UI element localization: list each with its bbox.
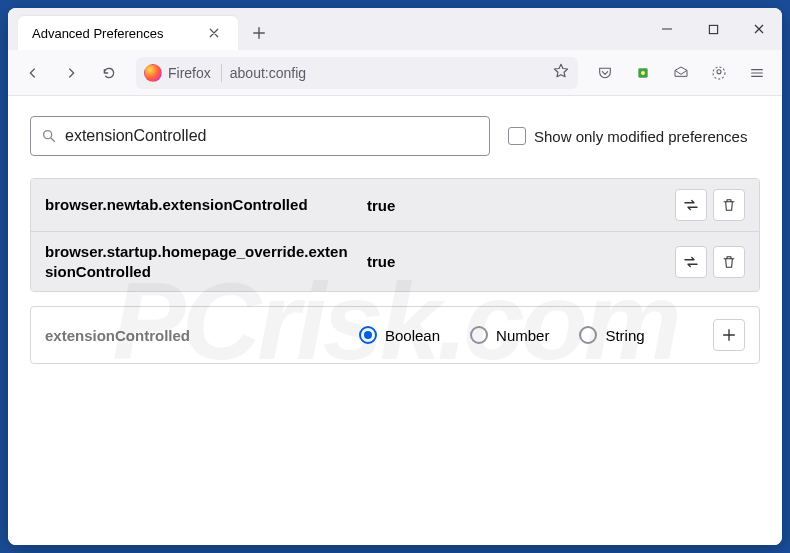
type-radio-number[interactable]: Number xyxy=(470,326,549,344)
mail-button[interactable] xyxy=(664,57,698,89)
new-pref-row: extensionControlled Boolean Number Strin… xyxy=(30,306,760,364)
browser-tab[interactable]: Advanced Preferences xyxy=(18,16,238,50)
pref-name: browser.newtab.extensionControlled xyxy=(45,195,355,215)
checkbox-icon xyxy=(508,127,526,145)
forward-button[interactable] xyxy=(54,57,88,89)
back-button[interactable] xyxy=(16,57,50,89)
pocket-button[interactable] xyxy=(588,57,622,89)
app-window: Advanced Preferences xyxy=(8,8,782,545)
search-icon xyxy=(41,128,57,144)
modified-only-label: Show only modified preferences xyxy=(534,128,747,145)
identity-label: Firefox xyxy=(168,65,211,81)
trash-icon xyxy=(721,254,737,270)
pref-table: browser.newtab.extensionControlled true … xyxy=(30,178,760,292)
plus-icon xyxy=(721,327,737,343)
window-minimize-button[interactable] xyxy=(644,8,690,50)
modified-only-toggle[interactable]: Show only modified preferences xyxy=(508,127,747,145)
svg-rect-0 xyxy=(709,25,717,33)
site-identity[interactable]: Firefox xyxy=(144,64,222,82)
tab-close-button[interactable] xyxy=(204,23,224,43)
type-radio-boolean[interactable]: Boolean xyxy=(359,326,440,344)
tab-title: Advanced Preferences xyxy=(32,26,164,41)
type-radio-group: Boolean Number String xyxy=(359,326,699,344)
radio-label: Boolean xyxy=(385,327,440,344)
radio-label: Number xyxy=(496,327,549,344)
svg-point-3 xyxy=(713,67,725,79)
bookmark-star-button[interactable] xyxy=(552,62,570,84)
page-content: PCrisk.com Show only modified preference… xyxy=(8,96,782,545)
svg-point-2 xyxy=(641,71,645,75)
add-pref-button[interactable] xyxy=(713,319,745,351)
window-controls xyxy=(644,8,782,50)
radio-icon xyxy=(359,326,377,344)
radio-icon xyxy=(470,326,488,344)
pref-value: true xyxy=(367,253,663,270)
pref-row[interactable]: browser.startup.homepage_override.extens… xyxy=(31,231,759,291)
svg-point-4 xyxy=(717,69,721,73)
pref-value: true xyxy=(367,197,663,214)
address-bar[interactable]: Firefox about:config xyxy=(136,57,578,89)
svg-point-5 xyxy=(44,131,52,139)
navigation-toolbar: Firefox about:config xyxy=(8,50,782,96)
radio-icon xyxy=(579,326,597,344)
trash-icon xyxy=(721,197,737,213)
pref-name: browser.startup.homepage_override.extens… xyxy=(45,242,355,281)
url-text: about:config xyxy=(230,65,544,81)
new-tab-button[interactable] xyxy=(244,18,274,48)
toggle-icon xyxy=(682,196,700,214)
new-pref-name: extensionControlled xyxy=(45,327,345,344)
app-menu-button[interactable] xyxy=(740,57,774,89)
toggle-button[interactable] xyxy=(675,246,707,278)
pref-search-input[interactable] xyxy=(65,127,479,145)
pref-row-actions xyxy=(675,189,745,221)
reload-button[interactable] xyxy=(92,57,126,89)
delete-button[interactable] xyxy=(713,189,745,221)
window-maximize-button[interactable] xyxy=(690,8,736,50)
toggle-icon xyxy=(682,253,700,271)
account-button[interactable] xyxy=(702,57,736,89)
pref-row-actions xyxy=(675,246,745,278)
extension-button[interactable] xyxy=(626,57,660,89)
firefox-icon xyxy=(144,64,162,82)
toggle-button[interactable] xyxy=(675,189,707,221)
search-row: Show only modified preferences xyxy=(30,116,760,156)
titlebar: Advanced Preferences xyxy=(8,8,782,50)
type-radio-string[interactable]: String xyxy=(579,326,644,344)
pref-search-box[interactable] xyxy=(30,116,490,156)
radio-label: String xyxy=(605,327,644,344)
window-close-button[interactable] xyxy=(736,8,782,50)
delete-button[interactable] xyxy=(713,246,745,278)
pref-row[interactable]: browser.newtab.extensionControlled true xyxy=(31,179,759,231)
